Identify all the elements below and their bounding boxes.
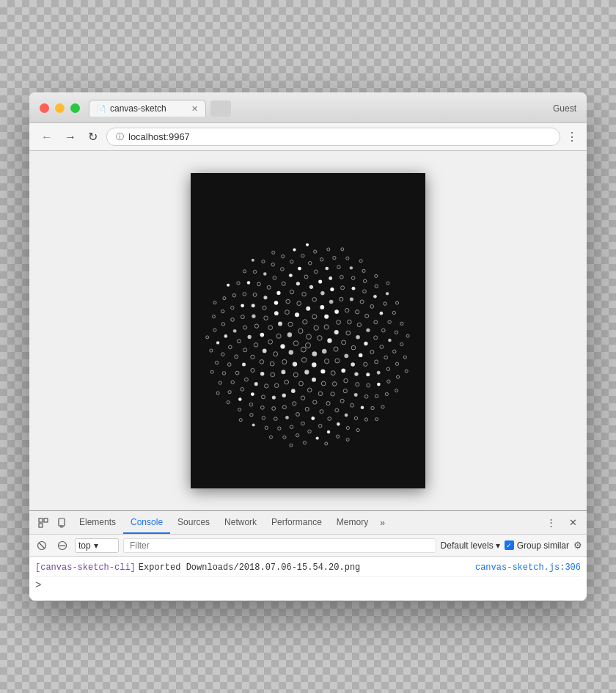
svg-rect-2 xyxy=(44,518,48,522)
canvas-artwork xyxy=(191,173,425,488)
console-output: [canvas-sketch-cli] Exported Downloads/2… xyxy=(29,557,587,601)
tab-performance[interactable]: Performance xyxy=(264,511,329,534)
window-controls xyxy=(40,103,80,113)
forward-button[interactable]: → xyxy=(62,129,79,145)
console-log-line: [canvas-sketch-cli] Exported Downloads/2… xyxy=(35,560,581,577)
check-icon: ✓ xyxy=(506,542,512,549)
svg-rect-0 xyxy=(39,518,43,522)
maximize-button[interactable] xyxy=(70,103,80,113)
devtools-right-buttons: ⋮ ✕ xyxy=(541,513,582,532)
svg-rect-3 xyxy=(59,518,65,526)
svg-rect-4 xyxy=(60,526,63,527)
back-button[interactable]: ← xyxy=(38,129,56,145)
tab-network[interactable]: Network xyxy=(217,511,264,534)
tab-title: canvas-sketch xyxy=(110,103,166,114)
devtools-menu-icon[interactable]: ⋮ xyxy=(541,513,560,532)
browser-window: 📄 canvas-sketch ✕ Guest ← → ↻ ⓘ localhos… xyxy=(29,92,587,601)
tab-memory[interactable]: Memory xyxy=(329,511,375,534)
default-levels-button[interactable]: Default levels ▾ xyxy=(441,540,500,551)
guest-label: Guest xyxy=(553,103,576,114)
inspect-element-icon[interactable] xyxy=(34,513,53,532)
console-prompt[interactable]: > xyxy=(35,577,581,593)
console-toolbar: top ▾ Default levels ▾ ✓ Group similar ⚙ xyxy=(29,535,587,557)
no-entry-icon[interactable] xyxy=(54,538,70,554)
tab-bar: 📄 canvas-sketch ✕ xyxy=(89,100,553,117)
devtools-tabs: Elements Console Sources Network Perform… xyxy=(29,511,587,535)
devtools-close-icon[interactable]: ✕ xyxy=(563,513,582,532)
tab-favicon-icon: 📄 xyxy=(97,105,106,113)
console-tag: [canvas-sketch-cli] xyxy=(35,562,136,574)
svg-line-6 xyxy=(40,543,45,548)
levels-chevron-icon: ▾ xyxy=(496,540,500,551)
devtools-panel: Elements Console Sources Network Perform… xyxy=(29,510,587,601)
console-settings-icon[interactable]: ⚙ xyxy=(573,540,582,551)
browser-tab[interactable]: 📄 canvas-sketch ✕ xyxy=(89,100,206,117)
reload-button[interactable]: ↻ xyxy=(85,128,100,145)
minimize-button[interactable] xyxy=(55,103,65,113)
close-button[interactable] xyxy=(40,103,49,113)
lock-icon: ⓘ xyxy=(116,131,124,142)
new-tab-button[interactable] xyxy=(210,100,231,117)
address-input[interactable]: ⓘ localhost:9967 xyxy=(106,128,560,146)
artwork-canvas xyxy=(191,173,425,488)
context-select[interactable]: top ▾ xyxy=(75,538,119,553)
group-similar-checkbox[interactable]: ✓ xyxy=(505,540,514,550)
device-toolbar-icon[interactable] xyxy=(53,513,72,532)
clear-console-icon[interactable] xyxy=(34,538,50,554)
tab-console[interactable]: Console xyxy=(123,511,170,534)
tab-elements[interactable]: Elements xyxy=(72,511,123,534)
browser-content xyxy=(29,151,587,510)
tab-close-icon[interactable]: ✕ xyxy=(191,104,198,114)
more-tabs-button[interactable]: » xyxy=(375,518,389,528)
url-text: localhost:9967 xyxy=(128,131,190,142)
browser-menu-icon[interactable]: ⋮ xyxy=(566,130,578,144)
address-bar: ← → ↻ ⓘ localhost:9967 ⋮ xyxy=(29,123,587,151)
console-filter-input[interactable] xyxy=(123,538,436,553)
title-bar: 📄 canvas-sketch ✕ Guest xyxy=(29,92,587,123)
svg-rect-1 xyxy=(39,524,43,527)
console-source-link[interactable]: canvas-sketch.js:306 xyxy=(475,562,581,574)
group-similar-toggle: ✓ Group similar xyxy=(505,540,569,551)
tab-sources[interactable]: Sources xyxy=(170,511,217,534)
console-message: Exported Downloads/2018.07.06-15.54.20.p… xyxy=(139,562,475,574)
chevron-down-icon: ▾ xyxy=(94,540,98,551)
